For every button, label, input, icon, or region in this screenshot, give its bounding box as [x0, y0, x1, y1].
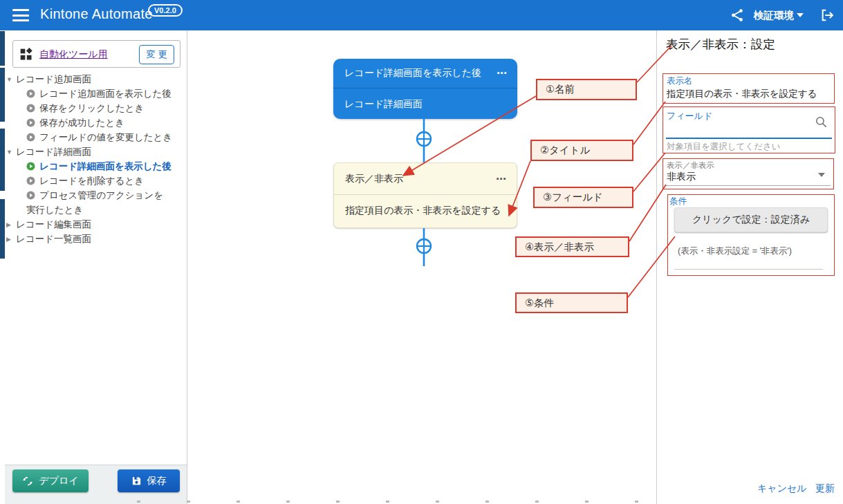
play-circle-icon — [26, 176, 35, 185]
app-name-link[interactable]: 自動化ツール用 — [39, 48, 108, 61]
edge-scroll-strip[interactable] — [0, 68, 5, 122]
tree-item[interactable]: レコードを削除するとき — [26, 174, 144, 188]
field-placeholder: 対象項目を選択してください — [667, 141, 781, 153]
display-name-value[interactable]: 指定項目の表示・非表示を設定する — [667, 88, 817, 100]
condition-section: 条件 クリックで設定：設定済み (表示・非表示設定 = '非表示') — [667, 194, 835, 276]
visibility-underline — [666, 185, 831, 186]
edge-scroll-strip[interactable] — [0, 31, 5, 66]
version-badge: V0.2.0 — [148, 4, 183, 17]
sidebar: 自動化ツール用 変 更 ▼レコード追加画面 レコード追加画面を表示した後 保存を… — [5, 30, 187, 504]
app-header: Kintone Automate V0.2.0 検証環境 — [0, 0, 843, 30]
app-selector-box: 自動化ツール用 変 更 — [12, 40, 180, 68]
share-icon[interactable] — [730, 8, 745, 23]
visibility-label: 表示／非表示 — [667, 160, 714, 171]
annotation-title: ②タイトル — [530, 140, 633, 161]
tree-group-record-edit[interactable]: ▶レコード編集画面 — [6, 217, 91, 232]
trigger-node[interactable]: レコード詳細画面を表示した後 ⋯ レコード詳細画面 — [333, 59, 517, 119]
visibility-value[interactable]: 非表示 — [667, 171, 696, 183]
add-node-button[interactable] — [417, 239, 431, 253]
field-label: フィールド — [667, 110, 712, 122]
chevron-down-icon[interactable] — [797, 13, 804, 17]
app-title: Kintone Automate — [40, 6, 153, 22]
sidebar-footer: デプロイ 保存 — [5, 465, 187, 504]
add-node-button[interactable] — [417, 132, 431, 146]
node-menu-icon[interactable]: ⋯ — [496, 173, 507, 185]
condition-set-button[interactable]: クリックで設定：設定済み — [674, 207, 828, 232]
divider — [674, 269, 823, 270]
edge-scroll-strip[interactable] — [0, 199, 5, 259]
sync-icon — [22, 476, 33, 487]
field-selector: フィールド 対象項目を選択してください — [663, 106, 835, 153]
node-menu-icon[interactable]: ⋯ — [497, 67, 508, 80]
annotation-visibility: ④表示／非表示 — [515, 236, 629, 257]
tree-item[interactable]: レコード追加画面を表示した後 — [26, 86, 172, 101]
annotation-name: ①名前 — [536, 79, 637, 100]
visibility-select[interactable]: 表示／非表示 非表示 — [663, 158, 834, 189]
annotation-condition: ⑤条件 — [515, 292, 628, 313]
display-name-label: 表示名 — [667, 75, 693, 87]
condition-label: 条件 — [669, 196, 687, 207]
collapse-icon[interactable]: ▼ — [6, 145, 16, 160]
expand-icon[interactable]: ▶ — [6, 232, 16, 247]
tree-item[interactable]: 保存をクリックしたとき — [26, 101, 144, 115]
expand-icon[interactable]: ▶ — [6, 218, 16, 232]
change-app-button[interactable]: 変 更 — [139, 45, 174, 64]
deploy-button[interactable]: デプロイ — [12, 469, 89, 492]
tree-item[interactable]: プロセス管理のアクションを実行したとき — [26, 188, 170, 217]
panel-title: 表示／非表示：設定 — [666, 36, 775, 53]
cancel-button[interactable]: キャンセル — [757, 483, 807, 495]
tree-item[interactable]: フィールドの値を変更したとき — [26, 130, 172, 144]
play-circle-icon — [26, 191, 35, 200]
action-node-subtitle: 指定項目の表示・非表示を設定する — [334, 195, 517, 227]
logout-icon[interactable] — [820, 8, 835, 23]
action-node-header: 表示／非表示 ⋯ — [334, 163, 517, 195]
play-circle-icon — [26, 89, 35, 98]
settings-panel: 表示／非表示：設定 表示名 指定項目の表示・非表示を設定する フィールド 対象項… — [658, 30, 843, 504]
trigger-node-header: レコード詳細画面を表示した後 ⋯ — [333, 59, 517, 88]
play-circle-icon — [26, 104, 35, 113]
tree-group-record-list[interactable]: ▶レコード一覧画面 — [6, 232, 91, 247]
search-icon[interactable] — [815, 115, 828, 129]
save-button[interactable]: 保存 — [118, 469, 180, 492]
trigger-node-subtitle: レコード詳細画面 — [333, 88, 517, 119]
app-grid-icon — [19, 48, 33, 62]
edge-scroll-strip[interactable] — [0, 129, 5, 191]
collapse-icon[interactable]: ▼ — [6, 73, 16, 87]
play-circle-icon — [26, 133, 35, 142]
environment-selector[interactable]: 検証環境 — [754, 9, 794, 22]
flow-canvas: レコード詳細画面を表示した後 ⋯ レコード詳細画面 表示／非表示 ⋯ 指定項目の… — [187, 30, 657, 504]
floppy-icon — [131, 476, 142, 486]
field-input-underline[interactable] — [666, 138, 832, 139]
tree-item[interactable]: 保存が成功したとき — [26, 115, 124, 130]
app-window: Kintone Automate V0.2.0 検証環境 自動化ツール用 変 更 — [0, 0, 843, 504]
play-circle-icon — [26, 162, 35, 171]
tree-item-selected[interactable]: レコード詳細画面を表示した後 — [26, 159, 172, 174]
annotation-field: ③フィールド — [533, 187, 633, 208]
play-circle-icon — [26, 118, 35, 127]
ruler-ticks — [137, 501, 656, 503]
tree-group-record-add[interactable]: ▼レコード追加画面 — [6, 72, 91, 87]
menu-icon[interactable] — [12, 9, 29, 21]
display-name-field: 表示名 指定項目の表示・非表示を設定する — [663, 73, 835, 104]
tree-group-record-detail[interactable]: ▼レコード詳細画面 — [6, 144, 91, 160]
dropdown-caret-icon[interactable] — [818, 173, 825, 177]
condition-expression: (表示・非表示設定 = '非表示') — [678, 245, 792, 257]
update-button[interactable]: 更新 — [815, 483, 835, 495]
action-node[interactable]: 表示／非表示 ⋯ 指定項目の表示・非表示を設定する — [333, 162, 517, 228]
